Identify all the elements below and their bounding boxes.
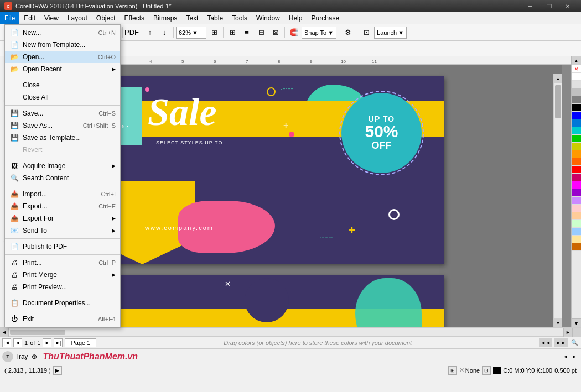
menu-export[interactable]: 📤 Export... Ctrl+E [5, 200, 120, 212]
swatch-mintgreen[interactable] [572, 220, 581, 228]
menu-text[interactable]: Text [181, 12, 203, 24]
palette-scroll-down[interactable]: ▼ [572, 318, 581, 327]
swatch-peach[interactable] [572, 212, 581, 220]
menu-save[interactable]: 💾 Save... Ctrl+S [5, 107, 120, 119]
menu-object[interactable]: Object [92, 12, 120, 24]
swatch-darkgray[interactable] [572, 96, 581, 104]
swatch-darkorange[interactable] [572, 158, 581, 166]
nav-more-right[interactable]: ►► [554, 338, 568, 347]
swatch-brown[interactable] [572, 243, 581, 251]
menu-tools[interactable]: Tools [227, 12, 252, 24]
tray-left[interactable]: ◄ [561, 352, 570, 361]
menu-bitmaps[interactable]: Bitmaps [149, 12, 181, 24]
menu-send-to[interactable]: 📧 Send To ▶ [5, 224, 120, 237]
menu-effects[interactable]: Effects [120, 12, 149, 24]
menu-close[interactable]: Close [5, 79, 120, 91]
menu-new[interactable]: 📄 New... Ctrl+N [5, 27, 120, 39]
scroll-up[interactable]: ▲ [554, 74, 562, 83]
nav-more-left[interactable]: ◄◄ [539, 338, 552, 347]
swatch-lightyellow[interactable] [572, 236, 581, 243]
toolbar-publish-pdf[interactable]: PDF [125, 26, 138, 39]
h-scroll-thumb[interactable] [10, 330, 65, 335]
menu-print-preview[interactable]: 🖨 Print Preview... [5, 281, 120, 293]
status-icon2[interactable]: ⊡ [482, 366, 491, 375]
menu-open-recent[interactable]: 📂 Open Recent ▶ [5, 63, 120, 75]
swatch-pink[interactable] [572, 205, 581, 212]
menu-export-for[interactable]: 📤 Export For ▶ [5, 212, 120, 224]
swatch-red[interactable] [572, 166, 581, 174]
menu-help[interactable]: Help [284, 12, 307, 24]
scroll-down[interactable]: ▼ [554, 318, 562, 327]
zoom-fit[interactable]: ⊞ [208, 26, 221, 39]
menu-window[interactable]: Window [252, 12, 284, 24]
menu-save-as[interactable]: 💾 Save As... Ctrl+Shift+S [5, 119, 120, 132]
swatch-green[interactable] [572, 135, 581, 143]
toolbar-spacing[interactable]: ⊠ [269, 26, 282, 39]
menu-edit[interactable]: Edit [19, 12, 40, 24]
toolbar-options[interactable]: ⚙ [341, 26, 355, 39]
menu-acquire[interactable]: 🖼 Acquire Image ▶ [5, 160, 120, 172]
no-color-swatch[interactable]: ✕ [572, 65, 581, 73]
toolbar-grid[interactable]: ⊞ [226, 26, 239, 39]
menu-import[interactable]: 📥 Import... Ctrl+I [5, 188, 120, 200]
toolbar-align[interactable]: ≡ [240, 26, 253, 39]
swatch-orange[interactable] [572, 150, 581, 158]
scroll-left[interactable]: ◄ [0, 328, 9, 337]
swatch-white[interactable] [572, 73, 581, 81]
tray-add[interactable]: ⊕ [30, 352, 39, 361]
swatch-cyan[interactable] [572, 127, 581, 135]
page-prev[interactable]: ◄ [13, 338, 22, 347]
menu-file[interactable]: File [0, 12, 19, 24]
menu-print-merge[interactable]: 🖨 Print Merge ▶ [5, 269, 120, 281]
toolbar-distribute[interactable]: ⊟ [255, 26, 268, 39]
menu-print[interactable]: 🖨 Print... Ctrl+P [5, 257, 120, 269]
menu-table[interactable]: Table [203, 12, 227, 24]
coords-expand[interactable]: ▶ [53, 366, 62, 375]
close-button[interactable]: ✕ [559, 0, 577, 12]
status-icon1[interactable]: ⊞ [448, 366, 457, 375]
fill-color-swatch[interactable] [493, 367, 501, 374]
palette-scroll-up[interactable]: ▲ [572, 56, 581, 65]
swatch-lightgray[interactable] [572, 81, 581, 88]
restore-button[interactable]: ❐ [540, 0, 558, 12]
swatch-cornblue[interactable] [572, 119, 581, 127]
snap-to-dropdown[interactable]: Snap To ▼ [302, 27, 336, 39]
menu-doc-props[interactable]: 📋 Document Properties... [5, 297, 120, 309]
swatch-yellow[interactable] [572, 143, 581, 150]
swatch-black[interactable] [572, 104, 581, 112]
page-last[interactable]: ►| [54, 338, 63, 347]
menu-save-template[interactable]: 💾 Save as Template... [5, 132, 120, 144]
page-tab-1[interactable]: Page 1 [65, 338, 96, 347]
tray-right[interactable]: ► [570, 352, 579, 361]
toolbar-export[interactable]: ↓ [158, 26, 171, 39]
swatch-gray[interactable] [572, 88, 581, 96]
menu-publish-pdf[interactable]: 📄 Publish to PDF [5, 241, 120, 253]
swatch-magenta[interactable] [572, 174, 581, 181]
scroll-thumb[interactable] [555, 85, 561, 118]
swatch-blue[interactable] [572, 112, 581, 119]
toolbar-import[interactable]: ↑ [143, 26, 157, 39]
swatch-fuchsia[interactable] [572, 181, 581, 189]
menu-new-template[interactable]: 📄 New from Template... [5, 39, 120, 51]
menu-view[interactable]: View [40, 12, 63, 24]
color-mode-indicator[interactable]: ✕ None [459, 367, 480, 374]
menu-layout[interactable]: Layout [63, 12, 92, 24]
scroll-right[interactable]: ► [563, 328, 572, 337]
banner2-close[interactable]: ✕ [225, 280, 231, 288]
page-next[interactable]: ► [43, 338, 51, 347]
menu-close-all[interactable]: Close All [5, 91, 120, 103]
menu-search-content[interactable]: 🔍 Search Content [5, 172, 120, 184]
nav-zoom[interactable]: 🔍 [570, 338, 579, 347]
launch-dropdown[interactable]: Launch ▼ [374, 27, 407, 39]
scrollbar-vertical[interactable]: ▲ ▼ [553, 74, 562, 327]
menu-purchase[interactable]: Purchase [307, 12, 344, 24]
menu-exit[interactable]: ⏻ Exit Alt+F4 [5, 313, 120, 325]
swatch-purple[interactable] [572, 189, 581, 197]
zoom-dropdown[interactable]: 62% ▼ [176, 27, 206, 39]
tray-icon[interactable]: T [2, 351, 13, 362]
page-first[interactable]: |◄ [2, 338, 11, 347]
menu-open[interactable]: 📂 Open... Ctrl+O [5, 51, 120, 63]
minimize-button[interactable]: ─ [521, 0, 539, 12]
swatch-skyblue[interactable] [572, 228, 581, 236]
swatch-lavender[interactable] [572, 197, 581, 205]
